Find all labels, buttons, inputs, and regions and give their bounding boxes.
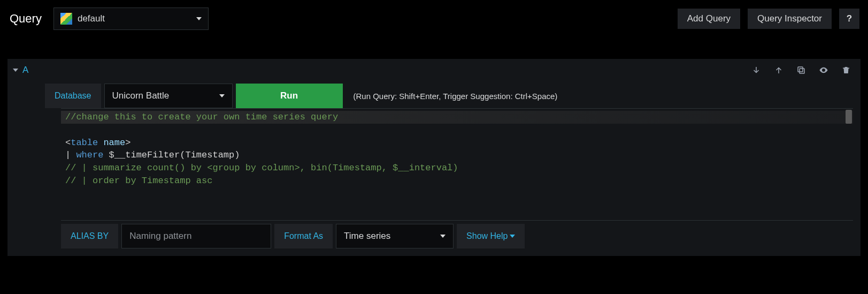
query-toolbar: Database Unicorn Battle Run (Run Query: …: [45, 84, 853, 108]
query-row-a: A Database Unicorn Battle Run (Run Query…: [7, 59, 861, 256]
alias-by-input[interactable]: [121, 224, 271, 248]
toggle-visibility-icon[interactable]: [819, 65, 828, 75]
database-select[interactable]: Unicorn Battle: [104, 84, 233, 108]
alias-by-label: ALIAS BY: [61, 224, 118, 248]
datasource-picker[interactable]: default: [53, 7, 209, 30]
show-help-toggle[interactable]: Show Help: [457, 224, 525, 248]
query-inspector-button[interactable]: Query Inspector: [748, 9, 832, 29]
query-editor[interactable]: //change this to create your own time se…: [61, 108, 853, 221]
move-up-icon[interactable]: [774, 65, 783, 75]
page-title: Query: [10, 12, 42, 26]
query-bottom-bar: ALIAS BY Format As Time series Show Help: [61, 224, 853, 248]
format-as-select[interactable]: Time series: [336, 224, 454, 248]
query-header: Query default Add Query Query Inspector …: [0, 0, 868, 37]
format-as-label: Format As: [274, 224, 333, 248]
chevron-down-icon: [219, 94, 225, 97]
add-query-button[interactable]: Add Query: [678, 9, 740, 29]
chevron-down-icon: [440, 235, 445, 238]
database-label: Database: [45, 84, 101, 108]
query-row-header[interactable]: A: [7, 59, 861, 81]
query-body: Database Unicorn Battle Run (Run Query: …: [7, 81, 861, 256]
datasource-logo-icon: [60, 13, 72, 25]
duplicate-icon[interactable]: [796, 65, 806, 75]
move-down-icon[interactable]: [751, 65, 761, 75]
query-row-actions: [751, 65, 854, 75]
chevron-down-icon: [510, 235, 515, 238]
query-row-letter: A: [22, 65, 28, 76]
chevron-down-icon: [196, 17, 202, 20]
format-as-value: Time series: [344, 231, 431, 242]
collapse-chevron-icon: [13, 69, 18, 72]
datasource-name: default: [78, 13, 191, 24]
database-value: Unicorn Battle: [112, 91, 210, 101]
editor-scrollbar[interactable]: [846, 110, 852, 124]
svg-rect-0: [800, 69, 804, 73]
delete-icon[interactable]: [841, 65, 851, 75]
run-hint: (Run Query: Shift+Enter, Trigger Suggest…: [346, 84, 854, 108]
help-button[interactable]: ?: [839, 9, 859, 29]
svg-rect-1: [798, 67, 803, 72]
run-button[interactable]: Run: [236, 84, 343, 108]
